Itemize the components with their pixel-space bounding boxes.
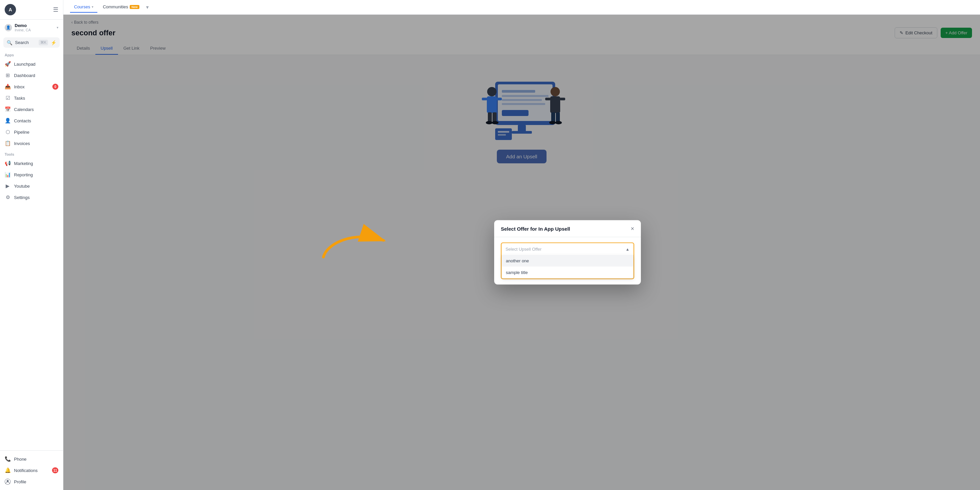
search-button[interactable]: 🔍 Search ⌘K ⚡ xyxy=(3,37,60,48)
overlay[interactable]: Select Offer for In App Upsell × Select … xyxy=(64,15,980,490)
user-info[interactable]: 👤 Demo Irvine, CA ▾ xyxy=(0,20,63,35)
dashboard-icon: ⊞ xyxy=(5,72,11,78)
marketing-icon: 📢 xyxy=(5,160,11,166)
youtube-icon: ▶ xyxy=(5,183,11,189)
svg-point-1 xyxy=(7,480,9,482)
upsell-offer-select[interactable]: Select Upsell Offer ▲ another one sample… xyxy=(501,243,634,279)
notifications-icon: 🔔 xyxy=(5,467,11,473)
top-nav: Courses ▾ Communities New ▾ xyxy=(64,0,980,15)
sidebar-item-launchpad[interactable]: 🚀 Launchpad xyxy=(0,58,63,70)
new-badge: New xyxy=(130,5,139,9)
select-trigger[interactable]: Select Upsell Offer ▲ xyxy=(501,243,633,255)
dropdown-option-another-one[interactable]: another one xyxy=(502,255,633,267)
sidebar-item-contacts[interactable]: 👤 Contacts xyxy=(0,115,63,126)
dropdown-options: another one sample title xyxy=(501,255,633,278)
dropdown-option-sample-title[interactable]: sample title xyxy=(502,267,633,278)
sidebar-item-label: Launchpad xyxy=(14,62,58,67)
user-name: Demo xyxy=(15,23,54,28)
modal-header: Select Offer for In App Upsell × xyxy=(494,220,641,237)
sidebar-item-label: Calendars xyxy=(14,107,58,112)
sidebar-item-label: Inbox xyxy=(14,84,49,89)
phone-icon: 📞 xyxy=(5,456,11,462)
settings-icon: ⚙ xyxy=(5,194,11,200)
nav-item-communities[interactable]: Communities New xyxy=(99,2,143,13)
sidebar-item-label: Pipeline xyxy=(14,130,58,135)
sidebar-header: A ☰ xyxy=(0,0,63,20)
tasks-icon: ☑ xyxy=(5,95,11,101)
launchpad-icon: 🚀 xyxy=(5,61,11,67)
sidebar-item-phone[interactable]: 📞 Phone xyxy=(0,453,63,465)
modal-body: Select Upsell Offer ▲ another one sample… xyxy=(494,237,641,285)
sidebar-item-profile[interactable]: Profile xyxy=(0,476,63,487)
calendars-icon: 📅 xyxy=(5,107,11,112)
user-chevron-icon: ▾ xyxy=(57,25,58,29)
notifications-badge: 11 xyxy=(52,467,58,473)
sidebar-item-inbox[interactable]: 📥 Inbox 0 xyxy=(0,81,63,92)
sidebar-item-label: Profile xyxy=(14,479,58,484)
sidebar-item-label: Reporting xyxy=(14,172,58,177)
sidebar-item-label: Invoices xyxy=(14,141,58,146)
search-shortcut: ⌘K xyxy=(39,40,48,45)
sidebar-item-dashboard[interactable]: ⊞ Dashboard xyxy=(0,70,63,81)
modal-close-button[interactable]: × xyxy=(630,226,634,232)
avatar[interactable]: A xyxy=(5,4,16,15)
pipeline-icon: ⬡ xyxy=(5,129,11,135)
nav-item-courses[interactable]: Courses ▾ xyxy=(70,2,97,13)
apps-section-label: Apps xyxy=(0,50,63,58)
sidebar-item-invoices[interactable]: 📋 Invoices xyxy=(0,138,63,149)
sidebar-item-label: Marketing xyxy=(14,161,58,166)
sidebar-bottom: 📞 Phone 🔔 Notifications 11 Profile xyxy=(0,450,63,490)
select-chevron-icon: ▲ xyxy=(625,247,630,251)
sidebar-item-label: Settings xyxy=(14,195,58,200)
sidebar-item-label: Phone xyxy=(14,457,58,462)
page-content: ‹ Back to offers second offer ✎ Edit Che… xyxy=(64,15,980,490)
inbox-badge: 0 xyxy=(52,84,58,90)
sidebar-item-label: Contacts xyxy=(14,118,58,123)
sidebar-item-reporting[interactable]: 📊 Reporting xyxy=(0,169,63,180)
search-label: Search xyxy=(15,40,36,45)
reporting-icon: 📊 xyxy=(5,172,11,178)
tools-section-label: Tools xyxy=(0,149,63,158)
user-icon: 👤 xyxy=(5,24,12,31)
modal-title: Select Offer for In App Upsell xyxy=(501,226,570,231)
hamburger-icon[interactable]: ☰ xyxy=(53,7,58,13)
courses-chevron-icon: ▾ xyxy=(92,5,93,9)
inbox-icon: 📥 xyxy=(5,84,11,90)
profile-icon xyxy=(5,479,11,485)
contacts-icon: 👤 xyxy=(5,118,11,124)
communities-label: Communities xyxy=(103,4,128,10)
sidebar-item-pipeline[interactable]: ⬡ Pipeline xyxy=(0,126,63,138)
select-placeholder: Select Upsell Offer xyxy=(506,247,541,252)
sidebar-item-calendars[interactable]: 📅 Calendars xyxy=(0,103,63,115)
sidebar-item-label: Youtube xyxy=(14,184,58,189)
lightning-icon: ⚡ xyxy=(51,40,56,45)
main-area: Courses ▾ Communities New ▾ ‹ Back to of… xyxy=(64,0,980,490)
top-nav-more-icon[interactable]: ▾ xyxy=(146,4,149,10)
sidebar-item-youtube[interactable]: ▶ Youtube xyxy=(0,180,63,192)
sidebar-item-notifications[interactable]: 🔔 Notifications 11 xyxy=(0,465,63,476)
invoices-icon: 📋 xyxy=(5,140,11,146)
user-location: Irvine, CA xyxy=(15,28,54,32)
courses-label: Courses xyxy=(74,4,90,10)
sidebar-item-label: Notifications xyxy=(14,468,49,473)
sidebar-item-marketing[interactable]: 📢 Marketing xyxy=(0,158,63,169)
modal: Select Offer for In App Upsell × Select … xyxy=(494,220,641,285)
sidebar-item-label: Tasks xyxy=(14,95,58,101)
sidebar-item-tasks[interactable]: ☑ Tasks xyxy=(0,92,63,103)
search-icon: 🔍 xyxy=(7,40,12,45)
sidebar-item-settings[interactable]: ⚙ Settings xyxy=(0,192,63,203)
sidebar: A ☰ 👤 Demo Irvine, CA ▾ 🔍 Search ⌘K ⚡ Ap… xyxy=(0,0,64,490)
sidebar-item-label: Dashboard xyxy=(14,73,58,78)
